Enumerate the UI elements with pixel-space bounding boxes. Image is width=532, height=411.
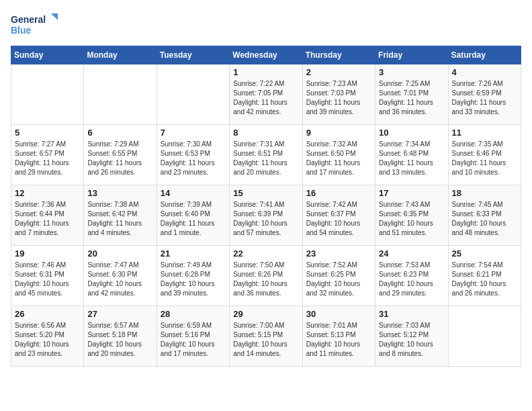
- svg-text:Blue: Blue: [11, 25, 32, 36]
- calendar-body: 1Sunrise: 7:22 AMSunset: 7:05 PMDaylight…: [11, 64, 521, 367]
- day-info: Sunrise: 7:25 AMSunset: 7:01 PMDaylight:…: [379, 79, 444, 117]
- calendar-cell: 3Sunrise: 7:25 AMSunset: 7:01 PMDaylight…: [375, 64, 448, 125]
- calendar-cell: 8Sunrise: 7:31 AMSunset: 6:51 PMDaylight…: [230, 125, 302, 185]
- day-info: Sunrise: 7:46 AMSunset: 6:31 PMDaylight:…: [15, 261, 80, 298]
- calendar-cell: 14Sunrise: 7:39 AMSunset: 6:40 PMDayligh…: [157, 185, 229, 246]
- day-number: 14: [161, 188, 226, 198]
- calendar-cell: 6Sunrise: 7:29 AMSunset: 6:55 PMDaylight…: [84, 125, 157, 185]
- calendar-cell: 1Sunrise: 7:22 AMSunset: 7:05 PMDaylight…: [230, 64, 302, 125]
- calendar-week-row: 1Sunrise: 7:22 AMSunset: 7:05 PMDaylight…: [11, 64, 521, 125]
- page-header: General Blue: [11, 11, 521, 38]
- logo-svg: General Blue: [11, 11, 58, 38]
- weekday-header: Thursday: [302, 46, 375, 64]
- day-number: 8: [233, 128, 298, 138]
- calendar-cell: 22Sunrise: 7:50 AMSunset: 6:26 PMDayligh…: [230, 246, 302, 306]
- day-number: 26: [15, 309, 80, 319]
- day-info: Sunrise: 7:31 AMSunset: 6:51 PMDaylight:…: [233, 140, 298, 177]
- calendar-cell: 27Sunrise: 6:57 AMSunset: 5:18 PMDayligh…: [84, 306, 157, 367]
- day-info: Sunrise: 6:56 AMSunset: 5:20 PMDaylight:…: [15, 321, 80, 359]
- day-number: 16: [306, 188, 371, 198]
- calendar-header: SundayMondayTuesdayWednesdayThursdayFrid…: [11, 46, 521, 64]
- calendar-cell: [157, 64, 229, 125]
- day-info: Sunrise: 7:27 AMSunset: 6:57 PMDaylight:…: [15, 140, 80, 177]
- day-number: 17: [379, 188, 444, 198]
- calendar-cell: 29Sunrise: 7:00 AMSunset: 5:15 PMDayligh…: [230, 306, 302, 367]
- day-number: 31: [379, 309, 444, 319]
- day-number: 2: [306, 67, 371, 77]
- svg-marker-2: [51, 13, 58, 20]
- day-number: 10: [379, 128, 444, 138]
- calendar-cell: 4Sunrise: 7:26 AMSunset: 6:59 PMDaylight…: [448, 64, 521, 125]
- calendar-cell: 26Sunrise: 6:56 AMSunset: 5:20 PMDayligh…: [11, 306, 84, 367]
- day-number: 23: [306, 248, 371, 259]
- calendar-cell: 2Sunrise: 7:23 AMSunset: 7:03 PMDaylight…: [302, 64, 375, 125]
- calendar-cell: 23Sunrise: 7:52 AMSunset: 6:25 PMDayligh…: [302, 246, 375, 306]
- day-info: Sunrise: 7:30 AMSunset: 6:53 PMDaylight:…: [161, 140, 226, 177]
- day-number: 25: [452, 248, 517, 259]
- day-number: 18: [452, 188, 517, 198]
- weekday-header: Saturday: [448, 46, 521, 64]
- day-info: Sunrise: 7:03 AMSunset: 5:12 PMDaylight:…: [379, 321, 444, 359]
- calendar-cell: 11Sunrise: 7:35 AMSunset: 6:46 PMDayligh…: [448, 125, 521, 185]
- day-number: 9: [306, 128, 371, 138]
- calendar-cell: 31Sunrise: 7:03 AMSunset: 5:12 PMDayligh…: [375, 306, 448, 367]
- day-info: Sunrise: 7:47 AMSunset: 6:30 PMDaylight:…: [87, 261, 152, 298]
- day-info: Sunrise: 7:50 AMSunset: 6:26 PMDaylight:…: [233, 261, 298, 298]
- day-info: Sunrise: 7:41 AMSunset: 6:39 PMDaylight:…: [233, 200, 298, 238]
- calendar-week-row: 19Sunrise: 7:46 AMSunset: 6:31 PMDayligh…: [11, 246, 521, 306]
- calendar-cell: [448, 306, 521, 367]
- day-number: 22: [233, 248, 298, 259]
- day-number: 30: [306, 309, 371, 319]
- day-number: 1: [233, 67, 298, 77]
- day-info: Sunrise: 7:42 AMSunset: 6:37 PMDaylight:…: [306, 200, 371, 238]
- day-number: 19: [15, 248, 80, 259]
- calendar-cell: 25Sunrise: 7:54 AMSunset: 6:21 PMDayligh…: [448, 246, 521, 306]
- calendar-cell: [11, 64, 84, 125]
- day-number: 20: [87, 248, 152, 259]
- weekday-header: Friday: [375, 46, 448, 64]
- day-info: Sunrise: 7:53 AMSunset: 6:23 PMDaylight:…: [379, 261, 444, 298]
- day-info: Sunrise: 7:45 AMSunset: 6:33 PMDaylight:…: [452, 200, 517, 238]
- day-info: Sunrise: 7:34 AMSunset: 6:48 PMDaylight:…: [379, 140, 444, 177]
- calendar-week-row: 26Sunrise: 6:56 AMSunset: 5:20 PMDayligh…: [11, 306, 521, 367]
- day-info: Sunrise: 7:39 AMSunset: 6:40 PMDaylight:…: [161, 200, 226, 238]
- calendar-cell: 5Sunrise: 7:27 AMSunset: 6:57 PMDaylight…: [11, 125, 84, 185]
- day-info: Sunrise: 7:49 AMSunset: 6:28 PMDaylight:…: [161, 261, 226, 298]
- day-number: 29: [233, 309, 298, 319]
- day-info: Sunrise: 7:35 AMSunset: 6:46 PMDaylight:…: [452, 140, 517, 177]
- day-number: 15: [233, 188, 298, 198]
- day-info: Sunrise: 7:43 AMSunset: 6:35 PMDaylight:…: [379, 200, 444, 238]
- weekday-row: SundayMondayTuesdayWednesdayThursdayFrid…: [11, 46, 521, 64]
- calendar-week-row: 12Sunrise: 7:36 AMSunset: 6:44 PMDayligh…: [11, 185, 521, 246]
- day-info: Sunrise: 6:59 AMSunset: 5:16 PMDaylight:…: [161, 321, 226, 359]
- day-number: 27: [87, 309, 152, 319]
- day-number: 13: [87, 188, 152, 198]
- calendar-cell: 15Sunrise: 7:41 AMSunset: 6:39 PMDayligh…: [230, 185, 302, 246]
- calendar-cell: 19Sunrise: 7:46 AMSunset: 6:31 PMDayligh…: [11, 246, 84, 306]
- calendar-cell: 17Sunrise: 7:43 AMSunset: 6:35 PMDayligh…: [375, 185, 448, 246]
- calendar-cell: 10Sunrise: 7:34 AMSunset: 6:48 PMDayligh…: [375, 125, 448, 185]
- calendar-cell: [84, 64, 157, 125]
- calendar-cell: 9Sunrise: 7:32 AMSunset: 6:50 PMDaylight…: [302, 125, 375, 185]
- day-number: 21: [161, 248, 226, 259]
- day-number: 5: [15, 128, 80, 138]
- day-info: Sunrise: 7:52 AMSunset: 6:25 PMDaylight:…: [306, 261, 371, 298]
- calendar-cell: 21Sunrise: 7:49 AMSunset: 6:28 PMDayligh…: [157, 246, 229, 306]
- day-number: 11: [452, 128, 517, 138]
- weekday-header: Sunday: [11, 46, 84, 64]
- calendar-cell: 13Sunrise: 7:38 AMSunset: 6:42 PMDayligh…: [84, 185, 157, 246]
- calendar-cell: 28Sunrise: 6:59 AMSunset: 5:16 PMDayligh…: [157, 306, 229, 367]
- day-number: 28: [161, 309, 226, 319]
- day-info: Sunrise: 7:32 AMSunset: 6:50 PMDaylight:…: [306, 140, 371, 177]
- svg-text:General: General: [11, 14, 46, 25]
- calendar-cell: 30Sunrise: 7:01 AMSunset: 5:13 PMDayligh…: [302, 306, 375, 367]
- day-info: Sunrise: 7:36 AMSunset: 6:44 PMDaylight:…: [15, 200, 80, 238]
- weekday-header: Wednesday: [230, 46, 302, 64]
- logo: General Blue: [11, 11, 58, 38]
- calendar-cell: 12Sunrise: 7:36 AMSunset: 6:44 PMDayligh…: [11, 185, 84, 246]
- day-info: Sunrise: 7:29 AMSunset: 6:55 PMDaylight:…: [87, 140, 152, 177]
- calendar-week-row: 5Sunrise: 7:27 AMSunset: 6:57 PMDaylight…: [11, 125, 521, 185]
- day-number: 3: [379, 67, 444, 77]
- calendar-cell: 18Sunrise: 7:45 AMSunset: 6:33 PMDayligh…: [448, 185, 521, 246]
- weekday-header: Monday: [84, 46, 157, 64]
